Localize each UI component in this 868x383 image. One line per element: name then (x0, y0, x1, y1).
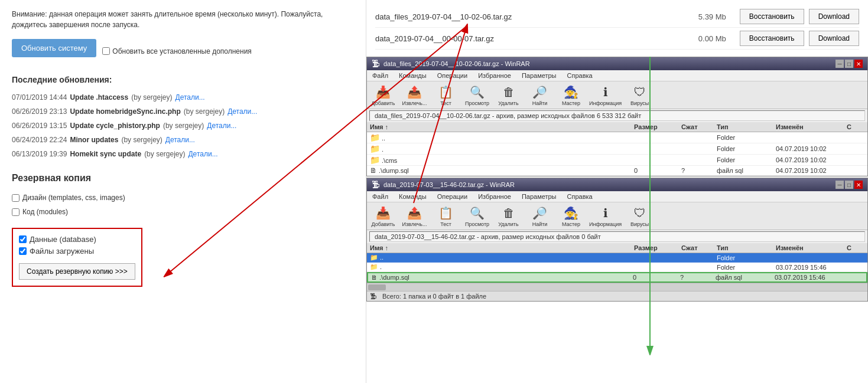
folder-icon: 📁 (370, 155, 380, 165)
menu-commands-2[interactable]: Команды (396, 192, 429, 201)
menu-favorites-1[interactable]: Избранное (476, 71, 513, 80)
wizard-icon: 🧙 (562, 84, 581, 100)
menu-params-2[interactable]: Параметры (519, 192, 559, 201)
toolbar-delete-2[interactable]: 🗑 Удалить (495, 205, 522, 227)
toolbar-wizard-1[interactable]: 🧙 Мастер (558, 84, 584, 106)
toolbar-wizard-2[interactable]: 🧙 Мастер (558, 205, 584, 227)
add-icon: 📥 (374, 84, 393, 100)
warning-text: Внимание: данная операция может занять д… (12, 9, 354, 30)
details-link-1[interactable]: Детали... (175, 90, 205, 104)
code-option-label[interactable]: Код (modules) (12, 205, 354, 219)
table-row[interactable]: 🗎 .\dump.sql 0 ? файл sql 04.07.2019 10:… (367, 166, 867, 176)
update-all-checkbox[interactable] (102, 47, 110, 55)
details-link-5[interactable]: Детали... (188, 147, 217, 161)
backup-box: Данные (database) Файлы загружены Создат… (12, 228, 142, 287)
filelist-header-2: Имя ↑ Размер Сжат Тип Изменён С (367, 243, 867, 253)
winrar-filelist-1: Имя ↑ Размер Сжат Тип Изменён С 📁 .. Fol… (367, 122, 867, 176)
info-icon-2: ℹ (596, 205, 615, 221)
table-row[interactable]: 📁 . Folder 04.07.2019 10:02 (367, 143, 867, 155)
menu-favorites-2[interactable]: Избранное (476, 192, 513, 201)
find-icon-2: 🔎 (531, 205, 550, 221)
table-row[interactable]: 📁 .. Folder (367, 253, 867, 263)
horizontal-scrollbar-2[interactable] (367, 283, 867, 291)
update-all-label[interactable]: Обновить все установленные дополнения (102, 47, 252, 55)
toolbar-test-1[interactable]: 📋 Тест (433, 84, 459, 106)
download-button-2[interactable]: Download (809, 31, 859, 46)
menu-params-1[interactable]: Параметры (519, 71, 559, 80)
winrar-toolbar-1: 📥 Добавить 📤 Извлечь... 📋 Тест 🔍 Просмот… (367, 81, 867, 109)
minimize-btn-2[interactable]: ─ (836, 181, 844, 189)
code-checkbox[interactable] (12, 208, 19, 216)
close-btn-2[interactable]: ✕ (854, 181, 863, 189)
details-link-2[interactable]: Детали... (227, 104, 257, 119)
menu-file-1[interactable]: Файл (370, 71, 391, 80)
folder-icon: 📁 (370, 144, 380, 153)
toolbar-extract-1[interactable]: 📤 Извлечь... (401, 84, 428, 106)
filename-2: data_2019-07-04__00-00-07.tar.gz (375, 34, 679, 43)
menu-help-1[interactable]: Справка (565, 71, 595, 80)
table-row[interactable]: 📁 . Folder 03.07.2019 15:46 (367, 263, 867, 272)
toolbar-view-1[interactable]: 🔍 Просмотр (464, 84, 490, 106)
design-checkbox[interactable] (12, 194, 19, 202)
toolbar-find-1[interactable]: 🔎 Найти (526, 84, 553, 106)
toolbar-find-2[interactable]: 🔎 Найти (526, 205, 553, 227)
update-system-button[interactable]: Обновить систему (12, 39, 96, 57)
folder-icon: 📁 (370, 133, 380, 142)
toolbar-info-1[interactable]: ℹ Информация (589, 84, 622, 106)
menu-file-2[interactable]: Файл (370, 192, 391, 201)
menu-operations-1[interactable]: Операции (435, 71, 470, 80)
recent-updates-title: Последние обновления: (12, 75, 354, 84)
close-btn-1[interactable]: ✕ (854, 60, 863, 68)
menu-commands-1[interactable]: Команды (396, 71, 429, 80)
sql-file-icon: 🗎 (370, 166, 377, 175)
maximize-btn-1[interactable]: □ (845, 60, 853, 68)
winrar-title-1: data_files_2019-07-04__10-02-06.tar.gz -… (383, 60, 530, 67)
winrar-window-1: 🗜 data_files_2019-07-04__10-02-06.tar.gz… (366, 57, 868, 176)
toolbar-virus-1[interactable]: 🛡 Вирусы (626, 84, 653, 106)
test-icon-2: 📋 (437, 205, 456, 221)
toolbar-view-2[interactable]: 🔍 Просмотр (464, 205, 490, 227)
extract-icon-2: 📤 (405, 205, 424, 221)
winrar-statusbar-2: 🗜 Всего: 1 папка и 0 файт в 1 файле (367, 291, 867, 301)
delete-icon-2: 🗑 (499, 205, 518, 221)
toolbar-extract-2[interactable]: 📤 Извлечь... (401, 205, 428, 227)
data-checkbox[interactable] (19, 235, 27, 243)
details-link-3[interactable]: Детали... (207, 119, 236, 133)
toolbar-add-1[interactable]: 📥 Добавить (370, 84, 396, 106)
view-icon-2: 🔍 (468, 205, 487, 221)
winrar-title-2: data_2019-07-03__15-46-02.tar.gz - WinRA… (383, 181, 515, 188)
menu-operations-2[interactable]: Операции (435, 192, 470, 201)
add-icon-2: 📥 (374, 205, 393, 221)
main-container: Внимание: данная операция может занять д… (0, 0, 868, 383)
sql-file-icon-2: 🗎 (371, 274, 378, 281)
table-row[interactable]: 📁 .. Folder (367, 132, 867, 143)
delete-icon: 🗑 (499, 84, 518, 100)
view-icon: 🔍 (468, 84, 487, 100)
download-button-1[interactable]: Download (809, 9, 859, 24)
toolbar-virus-2[interactable]: 🛡 Вирусы (626, 205, 653, 227)
filesize-2: 0.00 Mb (679, 34, 726, 43)
winrar-filelist-2: Имя ↑ Размер Сжат Тип Изменён С 📁 .. Fol… (367, 243, 867, 283)
maximize-btn-2[interactable]: □ (845, 181, 853, 189)
details-link-4[interactable]: Детали... (165, 133, 195, 147)
winrar-titlebar-1: 🗜 data_files_2019-07-04__10-02-06.tar.gz… (367, 57, 867, 70)
restore-button-2[interactable]: Восстановить (740, 31, 804, 46)
restore-button-1[interactable]: Восстановить (740, 9, 804, 24)
menu-help-2[interactable]: Справка (565, 192, 595, 201)
design-option-label[interactable]: Дизайн (templates, css, images) (12, 191, 354, 205)
winrar-path-2: data_2019-07-03__15-46-02.tar.gz - архив… (369, 231, 865, 242)
find-icon: 🔎 (531, 84, 550, 100)
toolbar-delete-1[interactable]: 🗑 Удалить (495, 84, 522, 106)
files-checkbox[interactable] (19, 247, 27, 255)
folder-icon: 📁 (370, 254, 378, 261)
data-option: Данные (database) (19, 235, 135, 244)
winrar-toolbar-2: 📥 Добавить 📤 Извлечь... 📋 Тест 🔍 Просмот… (367, 202, 867, 230)
table-row[interactable]: 🗎 .\dump.sql 0 ? файл sql 03.07.2019 15:… (367, 272, 867, 283)
toolbar-info-2[interactable]: ℹ Информация (589, 205, 622, 227)
table-row[interactable]: 📁 .\cms Folder 04.07.2019 10:02 (367, 155, 867, 166)
toolbar-test-2[interactable]: 📋 Тест (433, 205, 459, 227)
minimize-btn-1[interactable]: ─ (836, 60, 844, 68)
toolbar-add-2[interactable]: 📥 Добавить (370, 205, 396, 227)
backup-section: Резервная копия Дизайн (templates, css, … (12, 173, 354, 287)
create-backup-button[interactable]: Создать резервную копию >>> (19, 263, 135, 280)
